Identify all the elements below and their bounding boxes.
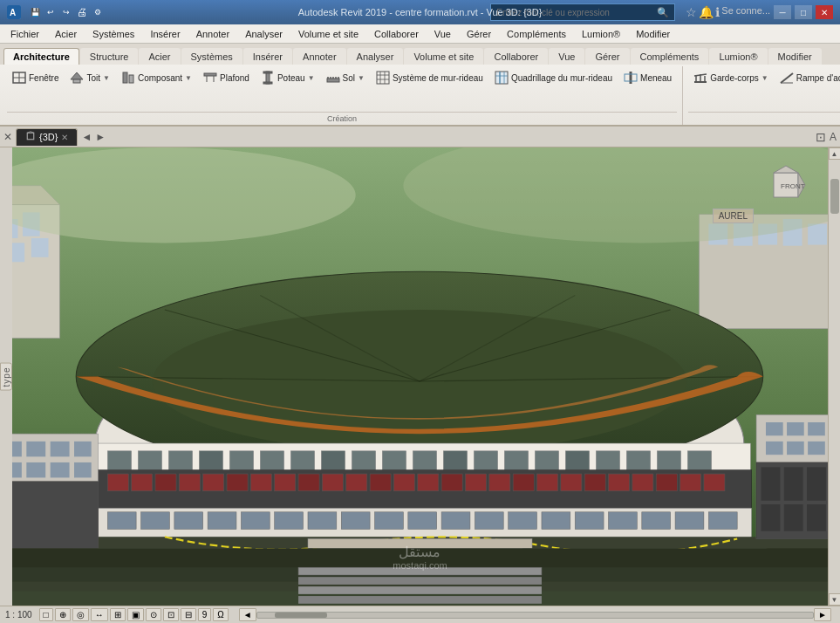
scroll-up-arrow[interactable]: ▲ bbox=[829, 147, 841, 160]
meneau-icon bbox=[624, 71, 638, 85]
tab-annoter[interactable]: Annoter bbox=[293, 48, 346, 65]
meneau-button[interactable]: Meneau bbox=[618, 68, 677, 87]
menu-vue[interactable]: Vue bbox=[427, 27, 458, 41]
view-tab-close-all[interactable]: ✕ bbox=[3, 131, 12, 143]
svg-rect-123 bbox=[535, 451, 558, 470]
menu-fichier[interactable]: Fichier bbox=[3, 27, 46, 41]
status-btn-1[interactable]: □ bbox=[39, 608, 53, 621]
svg-rect-152 bbox=[632, 474, 653, 491]
menu-acier[interactable]: Acier bbox=[48, 27, 84, 41]
hscroll-left[interactable]: ◄ bbox=[239, 608, 256, 621]
status-btn-3[interactable]: ◎ bbox=[72, 608, 89, 621]
menu-analyser[interactable]: Analyser bbox=[238, 27, 290, 41]
hscroll-thumb[interactable] bbox=[275, 613, 327, 618]
menu-gerer[interactable]: Gérer bbox=[460, 27, 498, 41]
svg-rect-164 bbox=[341, 512, 370, 530]
status-btn-6[interactable]: ▣ bbox=[127, 608, 144, 621]
status-btn-5[interactable]: ⊞ bbox=[110, 608, 126, 621]
status-btn-11[interactable]: Ω bbox=[213, 608, 228, 621]
status-btn-9[interactable]: ⊟ bbox=[181, 608, 196, 621]
status-btn-10[interactable]: 9 bbox=[198, 608, 212, 621]
menu-annoter[interactable]: Annoter bbox=[189, 27, 237, 41]
tab-lumion[interactable]: Lumion® bbox=[709, 48, 767, 65]
poteau-button[interactable]: Poteau ▼ bbox=[256, 68, 320, 87]
tab-collaborer[interactable]: Collaborer bbox=[484, 48, 548, 65]
svg-rect-78 bbox=[27, 133, 34, 140]
systeme-mur-rideau-button[interactable]: Système de mur-rideau bbox=[371, 68, 488, 87]
svg-rect-145 bbox=[465, 474, 486, 491]
viewport[interactable]: AUREL FRONT مستقل mostaqi.com bbox=[12, 147, 828, 606]
svg-rect-203 bbox=[51, 442, 70, 457]
view-tab-3d[interactable]: {3D} ✕ bbox=[16, 128, 78, 146]
star-icon[interactable]: ☆ bbox=[686, 5, 697, 19]
tab-systemes[interactable]: Systèmes bbox=[181, 48, 242, 65]
menu-systemes[interactable]: Systèmes bbox=[85, 27, 141, 41]
scroll-thumb[interactable] bbox=[830, 179, 839, 214]
user-icon[interactable]: Se conne... bbox=[721, 5, 770, 19]
nav-left-icon[interactable]: ◄ bbox=[81, 131, 92, 143]
status-btn-7[interactable]: ⊙ bbox=[146, 608, 161, 621]
svg-rect-202 bbox=[26, 442, 45, 457]
stadium-scene bbox=[12, 147, 828, 606]
view-tab-close[interactable]: ✕ bbox=[61, 133, 68, 142]
tab-acier[interactable]: Acier bbox=[139, 48, 180, 65]
svg-text:A: A bbox=[10, 8, 16, 17]
hscroll-right[interactable]: ► bbox=[814, 608, 831, 621]
status-btn-2[interactable]: ⊕ bbox=[55, 608, 71, 621]
sol-button[interactable]: Sol ▼ bbox=[321, 68, 370, 87]
menu-volume-site[interactable]: Volume et site bbox=[291, 27, 365, 41]
panel-toggle-icon[interactable]: ⊡ bbox=[816, 130, 826, 144]
status-btn-8[interactable]: ⊡ bbox=[163, 608, 179, 621]
svg-rect-163 bbox=[308, 512, 337, 530]
close-button[interactable]: ✕ bbox=[816, 5, 833, 19]
svg-rect-13 bbox=[263, 72, 272, 73]
tab-complements[interactable]: Compléments bbox=[631, 48, 709, 65]
settings-icon[interactable]: ⚙ bbox=[91, 5, 105, 19]
bell-icon[interactable]: 🔔 bbox=[699, 5, 714, 19]
tab-vue[interactable]: Vue bbox=[549, 48, 584, 65]
menu-inserer[interactable]: Insérer bbox=[143, 27, 187, 41]
nav-right-icon[interactable]: ► bbox=[95, 131, 106, 143]
poteau-dropdown: ▼ bbox=[308, 74, 315, 82]
tab-gerer[interactable]: Gérer bbox=[585, 48, 629, 65]
svg-rect-210 bbox=[12, 482, 98, 549]
info-icon[interactable]: ℹ bbox=[715, 5, 720, 19]
composant-button[interactable]: Composant ▼ bbox=[116, 68, 197, 87]
rampe-acces-button[interactable]: Rampe d'accès bbox=[775, 68, 840, 87]
undo-icon[interactable]: ↩ bbox=[44, 5, 58, 19]
save-icon[interactable]: 💾 bbox=[28, 5, 42, 19]
maximize-button[interactable]: □ bbox=[795, 5, 812, 19]
garde-corps-button[interactable]: Garde-corps ▼ bbox=[688, 68, 774, 87]
fenetre-label: Fenêtre bbox=[29, 73, 58, 83]
svg-rect-7 bbox=[123, 72, 127, 83]
tab-architecture[interactable]: Architecture bbox=[3, 48, 79, 65]
circulation-tools: Garde-corps ▼ Rampe d'accès Escalier bbox=[688, 66, 840, 112]
redo-icon[interactable]: ↪ bbox=[59, 5, 73, 19]
properties-icon[interactable]: A bbox=[830, 131, 837, 143]
toit-button[interactable]: Toit ▼ bbox=[65, 68, 114, 87]
svg-rect-170 bbox=[542, 512, 570, 530]
print-icon[interactable]: 🖨 bbox=[75, 5, 89, 19]
fenetre-button[interactable]: Fenêtre bbox=[7, 68, 64, 87]
menu-modifier[interactable]: Modifier bbox=[629, 27, 677, 41]
menu-complements[interactable]: Compléments bbox=[500, 27, 573, 41]
status-btn-4[interactable]: ↔ bbox=[91, 608, 108, 621]
quadrillage-mur-rideau-button[interactable]: Quadrillage du mur-rideau bbox=[489, 68, 618, 87]
svg-rect-188 bbox=[808, 442, 825, 455]
svg-rect-143 bbox=[418, 474, 439, 491]
scroll-down-arrow[interactable]: ▼ bbox=[829, 593, 841, 606]
tab-analyser[interactable]: Analyser bbox=[347, 48, 404, 65]
menu-collaborer[interactable]: Collaborer bbox=[367, 27, 426, 41]
view-cube[interactable]: FRONT bbox=[761, 161, 810, 209]
minimize-button[interactable]: ─ bbox=[774, 5, 791, 19]
tab-modifier[interactable]: Modifier bbox=[768, 48, 822, 65]
svg-rect-215 bbox=[298, 567, 542, 575]
tab-structure[interactable]: Structure bbox=[80, 48, 139, 65]
svg-rect-17 bbox=[377, 72, 389, 84]
tab-volume-site[interactable]: Volume et site bbox=[404, 48, 483, 65]
right-scrollbar: ▲ ▼ bbox=[828, 147, 840, 606]
plafond-button[interactable]: Plafond bbox=[198, 68, 255, 87]
left-panel[interactable]: type bbox=[0, 362, 12, 391]
menu-lumion[interactable]: Lumion® bbox=[575, 27, 627, 41]
tab-inserer[interactable]: Insérer bbox=[243, 48, 292, 65]
